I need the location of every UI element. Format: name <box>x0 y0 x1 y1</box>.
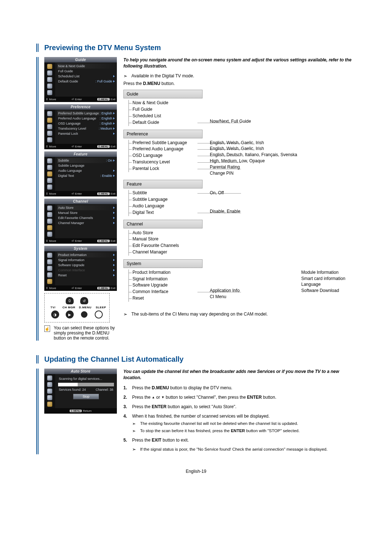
progress-bar: 35% <box>58 383 114 386</box>
tree-value <box>210 300 293 306</box>
step-2: Press the ▲ or ▼ button to select "Chann… <box>123 394 356 401</box>
menu-item[interactable]: Reset <box>57 273 115 278</box>
tree-value: English, Deutsch, Italiano, Français, Sv… <box>210 152 356 158</box>
tree-head-preference: Preference <box>123 130 203 138</box>
tree-value <box>210 276 293 282</box>
tree-value: Parental RatingChange PIN <box>210 164 356 176</box>
section1-intro: To help you navigate around the on-scree… <box>123 57 356 69</box>
tree-value <box>210 100 356 106</box>
chevron-right-icon <box>113 264 115 266</box>
remote-dmenu-button[interactable] <box>80 310 88 318</box>
menu-item[interactable]: Channel Manager <box>57 220 115 226</box>
update-channel-title: Updating the Channel List Automatically <box>36 355 356 364</box>
tree-item: Scheduled List <box>128 113 197 119</box>
chevron-right-icon <box>113 80 115 82</box>
osd-panel-feature: FeatureSubtitle: On Subtitle LanguageAud… <box>44 151 117 196</box>
sidebar-icon <box>47 77 52 82</box>
tree-value <box>210 106 356 112</box>
chevron-right-icon <box>113 222 115 224</box>
menu-item[interactable]: Digital Text: Enable <box>57 173 115 178</box>
tree-value <box>210 112 356 118</box>
sidebar-icon <box>47 124 52 129</box>
tree-value <box>210 196 356 202</box>
chevron-right-icon <box>113 170 115 172</box>
menu-item[interactable]: OSD Language: English <box>57 121 115 126</box>
step-1: Press the D.MENU button to display the D… <box>123 385 356 391</box>
chevron-right-icon <box>113 212 115 214</box>
tree-value: Application InfoCI Menu <box>210 288 293 300</box>
sidebar-icon <box>47 206 52 211</box>
panel-foot-hints: ⇕ Move⏎ EnterD.MENU Exit <box>44 97 117 102</box>
sidebar-icon <box>47 184 52 190</box>
tip-hand-icon: ☝ <box>44 325 50 332</box>
menu-item[interactable]: Product Information <box>57 252 115 257</box>
chevron-right-icon <box>113 259 115 261</box>
sidebar-icon <box>47 64 52 69</box>
tree-item: Digital Text <box>128 210 197 216</box>
tree-value: Software Download <box>301 288 356 294</box>
menu-item[interactable]: Preferred Audio Language: English <box>57 116 115 121</box>
chevron-right-icon <box>113 75 115 77</box>
chevron-right-icon <box>113 117 115 119</box>
menu-item[interactable]: Default Guide: Full Guide <box>57 79 115 84</box>
press-dmenu-line: Press the D.MENU button. <box>123 81 356 86</box>
tree-item: Manual Store <box>128 236 197 243</box>
sidebar-icon <box>47 259 52 264</box>
poor-signal-note: If the signal status is poor, the "No Se… <box>132 446 356 452</box>
menu-item[interactable]: Parental Lock <box>57 131 115 136</box>
tree-value: English, Welsh, Gaelic, Irish <box>210 140 356 146</box>
sidebar-icon <box>47 178 52 183</box>
menu-item[interactable]: Now & Next Guide <box>57 64 115 69</box>
remote-control-graphic: 0 ↺ TV/ CH MGR D.MENU SLEEP ◑ ▶ <box>44 293 110 322</box>
tree-item: Edit Favourite Channels <box>128 243 197 249</box>
sidebar-icon-channel <box>47 402 52 407</box>
scanning-label: Scanning for digital services... <box>58 376 114 381</box>
tree-item: Audio Language <box>128 203 197 210</box>
digital-mode-note: Available in the Digital TV mode. <box>123 73 356 79</box>
menu-item[interactable]: Common Interface <box>57 268 115 273</box>
sidebar-icon <box>47 272 52 277</box>
menu-item[interactable]: Edit Favourite Channels <box>57 215 115 220</box>
menu-item[interactable]: Signal Information <box>57 257 115 263</box>
chevron-right-icon <box>113 122 115 125</box>
chevron-right-icon <box>113 217 115 219</box>
tree-item: Common Interface <box>128 289 197 295</box>
tree-value: On, Off <box>210 190 356 196</box>
section2-intro: You can update the channel list when the… <box>123 369 356 381</box>
tree-item: Channel Manager <box>128 249 197 256</box>
menu-item[interactable]: Subtitle: On <box>57 158 115 163</box>
tree-value: Now/Next, Full Guide <box>210 118 356 125</box>
tree-value: Language <box>301 281 356 288</box>
tree-item: Preferred Audio Language <box>128 146 197 153</box>
tree-item: Translucency Level <box>128 159 197 166</box>
tree-item: Product Information <box>128 269 197 276</box>
menu-item[interactable]: Auto Store <box>57 205 115 210</box>
stop-button[interactable]: Stop <box>73 394 99 399</box>
menu-item[interactable]: Subtitle Language <box>57 163 115 168</box>
sidebar-icon <box>47 84 52 89</box>
menu-item[interactable]: Manual Store <box>57 210 115 215</box>
menu-item[interactable]: Software Upgrade <box>57 263 115 268</box>
menu-item[interactable]: Full Guide <box>57 69 115 74</box>
tree-item: Software Upgrade <box>128 282 197 289</box>
tree-item: OSD Language <box>128 153 197 159</box>
tree-head-feature: Feature <box>123 180 203 188</box>
ci-menu-note: The sub-items of the CI Menu may vary de… <box>123 311 356 317</box>
osd-panel-system: SystemProduct InformationSignal Informat… <box>44 246 117 291</box>
tree-item: Auto Store <box>128 230 197 236</box>
chevron-right-icon <box>113 112 115 114</box>
tip-text: You can select these options by simply p… <box>54 325 117 341</box>
menu-item[interactable]: Scheduled List <box>57 74 115 79</box>
menu-item[interactable]: Audio Language <box>57 168 115 173</box>
tree-item: Subtitle Language <box>128 196 197 203</box>
sidebar-icon <box>47 279 52 284</box>
menu-item[interactable]: Translucency Level: Medium <box>57 126 115 131</box>
update-steps-list: Press the D.MENU button to display the D… <box>123 385 356 444</box>
osd-panel-preference: PreferencePreferred Subtitle Language: E… <box>44 104 117 149</box>
menu-item[interactable]: Preferred Subtitle Language: English <box>57 111 115 116</box>
tree-head-channel: Channel <box>123 220 203 228</box>
sidebar-icon <box>47 158 52 163</box>
sidebar-icon <box>47 225 52 230</box>
step4-sub2: To stop the scan before it has finished,… <box>132 428 356 434</box>
chevron-right-icon <box>113 207 115 209</box>
